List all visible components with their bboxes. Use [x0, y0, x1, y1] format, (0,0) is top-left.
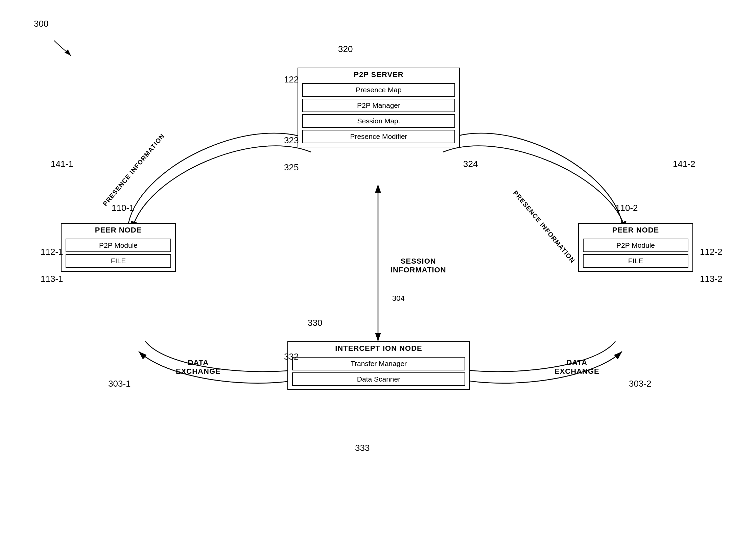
- diagram: 300 P2P SERVER Presence Map P2P Manager …: [0, 0, 756, 535]
- ref-112-1: 112-1: [41, 247, 63, 257]
- peer-node-left-title: PEER NODE: [62, 224, 175, 237]
- ref-304: 304: [392, 294, 405, 303]
- p2p-manager-box: P2P Manager: [302, 99, 455, 112]
- peer-node-right-title: PEER NODE: [579, 224, 692, 237]
- file-left-box: FILE: [66, 254, 171, 268]
- ref-113-2: 113-2: [700, 274, 723, 284]
- p2p-module-right-box: P2P Module: [583, 239, 688, 252]
- p2p-server-box: P2P SERVER Presence Map P2P Manager Sess…: [298, 68, 460, 147]
- ref-141-1: 141-1: [51, 159, 73, 169]
- ref-330: 330: [308, 318, 322, 328]
- data-exchange-left-label: DATAEXCHANGE: [176, 358, 221, 376]
- session-info-label: SESSIONINFORMATION: [391, 257, 446, 274]
- presence-info-left-label: PRESENCE INFORMATION: [101, 132, 166, 208]
- p2p-module-left-box: P2P Module: [66, 239, 171, 252]
- ref-333: 333: [355, 443, 370, 453]
- ref-113-1: 113-1: [41, 274, 63, 284]
- intercept-node-box: INTERCEPT ION NODE Transfer Manager Data…: [287, 341, 470, 390]
- ref-325: 325: [284, 162, 299, 173]
- ref-112-2: 112-2: [700, 247, 723, 257]
- ref-141-2: 141-2: [673, 159, 695, 169]
- ref-332: 332: [284, 351, 299, 362]
- ref-303-2: 303-2: [629, 379, 652, 389]
- presence-info-right-label: PRESENCE INFORMATION: [512, 189, 576, 265]
- ref-303-1: 303-1: [108, 379, 131, 389]
- intercept-node-title: INTERCEPT ION NODE: [288, 342, 469, 355]
- session-map-box: Session Map.: [302, 114, 455, 128]
- file-right-box: FILE: [583, 254, 688, 268]
- ref-110-2: 110-2: [615, 203, 638, 213]
- data-scanner-box: Data Scanner: [292, 372, 465, 386]
- peer-node-right-box: PEER NODE P2P Module FILE: [578, 223, 693, 272]
- ref-122: 122: [284, 74, 299, 85]
- presence-modifier-box: Presence Modifier: [302, 130, 455, 143]
- ref-300: 300: [34, 19, 48, 29]
- presence-map-box: Presence Map: [302, 83, 455, 97]
- p2p-server-title: P2P SERVER: [298, 68, 459, 81]
- transfer-manager-box: Transfer Manager: [292, 357, 465, 370]
- peer-node-left-box: PEER NODE P2P Module FILE: [61, 223, 176, 272]
- ref-324: 324: [463, 159, 478, 169]
- ref-323: 323: [284, 135, 299, 146]
- data-exchange-right-label: DATAEXCHANGE: [554, 358, 599, 376]
- ref-110-1: 110-1: [112, 203, 134, 213]
- ref-320: 320: [338, 44, 353, 54]
